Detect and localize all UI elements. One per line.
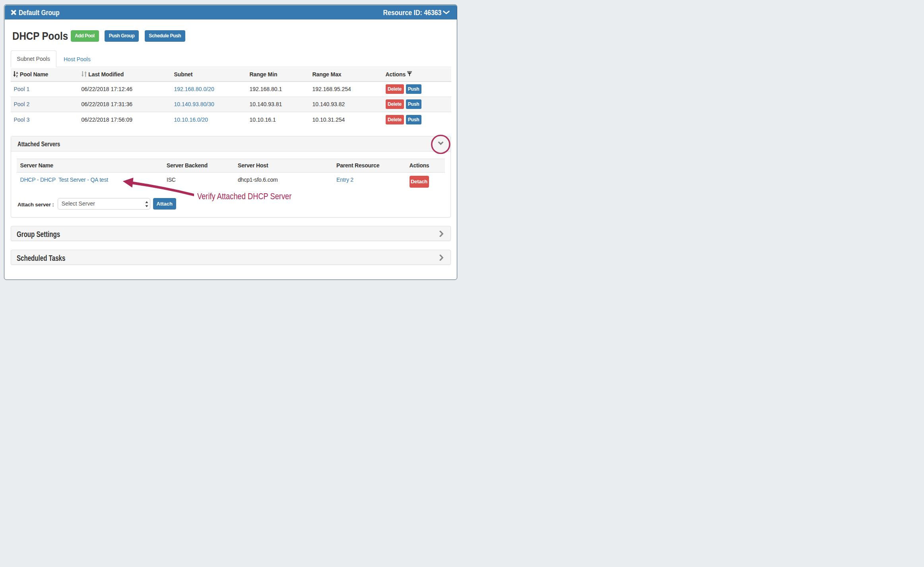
- svg-text:Z: Z: [16, 74, 18, 77]
